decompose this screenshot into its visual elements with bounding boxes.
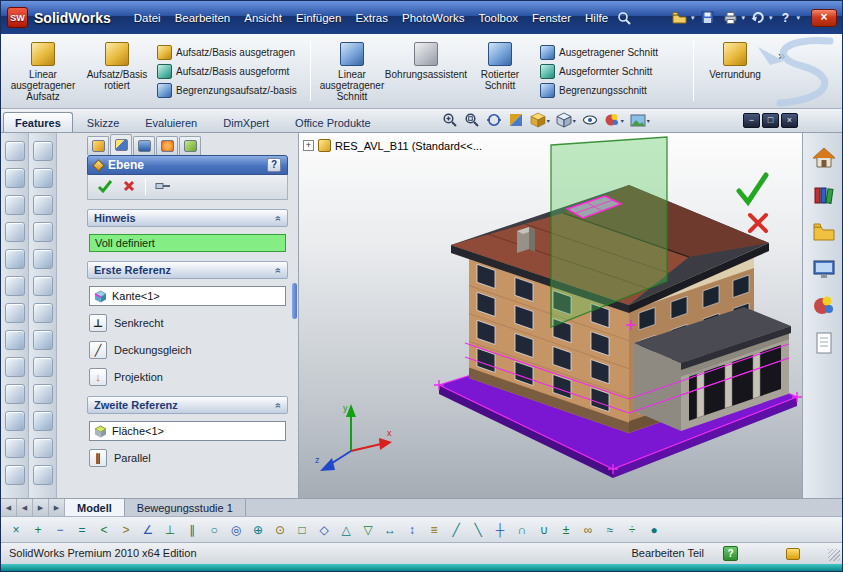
undo-caret-icon[interactable]: ▾: [769, 14, 773, 22]
prev-tab-button[interactable]: ◀: [17, 499, 33, 516]
menu-toolbox[interactable]: Toolbox: [471, 7, 525, 29]
extruded-boss-button[interactable]: Linear ausgetragener Aufsatz: [7, 37, 79, 105]
ok-button[interactable]: [97, 179, 113, 195]
sketch-tool-icon[interactable]: ⊙: [271, 521, 289, 539]
toolbar-tool-icon[interactable]: [5, 357, 25, 377]
menu-einfuegen[interactable]: Einfügen: [289, 7, 348, 29]
confirm-cancel-icon[interactable]: [750, 215, 766, 231]
toolbar-tool-icon[interactable]: [33, 303, 53, 323]
tag-icon[interactable]: [786, 548, 800, 560]
configurationmanager-tab[interactable]: [133, 136, 155, 155]
toolbar-tool-icon[interactable]: [33, 357, 53, 377]
sketch-tool-icon[interactable]: ⊕: [249, 521, 267, 539]
extruded-cut-button[interactable]: Linear ausgetragener Schnitt: [316, 37, 388, 105]
swept-boss-button[interactable]: Aufsatz/Basis ausgetragen: [155, 45, 305, 60]
file-explorer-icon[interactable]: [811, 219, 837, 245]
menu-bearbeiten[interactable]: Bearbeiten: [168, 7, 238, 29]
section-zweite-referenz[interactable]: Zweite Referenz »: [87, 396, 288, 414]
tab-evaluieren[interactable]: Evaluieren: [133, 112, 209, 132]
toolbar-tool-icon[interactable]: [33, 465, 53, 485]
sketch-tool-icon[interactable]: □: [293, 521, 311, 539]
view-palette-icon[interactable]: [811, 256, 837, 282]
sketch-tool-icon[interactable]: ∞: [579, 521, 597, 539]
sketch-tool-icon[interactable]: ∥: [183, 521, 201, 539]
next-tab-button[interactable]: ▶: [33, 499, 49, 516]
ribbon-overflow-button[interactable]: »: [773, 47, 790, 64]
solidworks-resources-icon[interactable]: [811, 145, 837, 171]
lofted-cut-button[interactable]: Ausgeformter Schnitt: [538, 64, 688, 79]
tab-office-produkte[interactable]: Office Produkte: [283, 112, 383, 132]
pin-button[interactable]: [155, 179, 171, 195]
display-style-icon[interactable]: ▾: [555, 111, 577, 129]
revolved-boss-button[interactable]: Aufsatz/Basis rotiert: [81, 37, 153, 105]
toolbar-tool-icon[interactable]: [33, 168, 53, 188]
menu-fenster[interactable]: Fenster: [525, 7, 578, 29]
custom-properties-icon[interactable]: [811, 330, 837, 356]
tree-expander-icon[interactable]: +: [303, 140, 314, 151]
tab-modell[interactable]: Modell: [65, 499, 125, 516]
sketch-tool-icon[interactable]: ●: [645, 521, 663, 539]
constraint-senkrecht[interactable]: ⊥ Senkrecht: [89, 313, 286, 333]
open-caret-icon[interactable]: ▾: [691, 14, 695, 22]
toolbar-tool-icon[interactable]: [33, 438, 53, 458]
open-icon[interactable]: [670, 8, 690, 28]
view-orientation-icon[interactable]: ▾: [529, 111, 551, 129]
help-icon[interactable]: ?: [775, 8, 795, 28]
menu-ansicht[interactable]: Ansicht: [237, 7, 289, 29]
design-library-icon[interactable]: [811, 182, 837, 208]
sketch-tool-icon[interactable]: −: [51, 521, 69, 539]
toolbar-tool-icon[interactable]: [5, 249, 25, 269]
displaymanager-tab[interactable]: [179, 136, 201, 155]
cancel-button[interactable]: [122, 179, 136, 195]
section-hinweis[interactable]: Hinweis »: [87, 209, 288, 227]
sketch-tool-icon[interactable]: ▽: [359, 521, 377, 539]
sketch-tool-icon[interactable]: ∠: [139, 521, 157, 539]
appearances-icon[interactable]: ▾: [603, 111, 625, 129]
sketch-tool-icon[interactable]: +: [29, 521, 47, 539]
restore-button[interactable]: □: [762, 113, 779, 128]
sketch-tool-icon[interactable]: △: [337, 521, 355, 539]
sketch-tool-icon[interactable]: ◎: [227, 521, 245, 539]
help-button[interactable]: ?: [267, 158, 281, 172]
sketch-tool-icon[interactable]: ⊥: [161, 521, 179, 539]
constraint-projektion[interactable]: ↓ Projektion: [89, 367, 286, 387]
sketch-tool-icon[interactable]: ↔: [381, 521, 399, 539]
search-icon[interactable]: [617, 11, 631, 25]
toolbar-tool-icon[interactable]: [33, 141, 53, 161]
3d-scene[interactable]: y x z: [299, 133, 802, 498]
boundary-boss-button[interactable]: Begrenzungsaufsatz/-basis: [155, 83, 305, 98]
toolbar-tool-icon[interactable]: [5, 168, 25, 188]
toolbar-tool-icon[interactable]: [33, 330, 53, 350]
hole-wizard-button[interactable]: Bohrungsassistent: [390, 37, 462, 105]
appearances-icon[interactable]: [811, 293, 837, 319]
toolbar-tool-icon[interactable]: [33, 411, 53, 431]
toolbar-tool-icon[interactable]: [5, 141, 25, 161]
sketch-tool-icon[interactable]: ↕: [403, 521, 421, 539]
toolbar-tool-icon[interactable]: [5, 438, 25, 458]
sketch-tool-icon[interactable]: ╱: [447, 521, 465, 539]
panel-scrollbar-thumb[interactable]: [292, 283, 297, 319]
second-reference-selection[interactable]: Fläche<1>: [89, 421, 286, 441]
minimize-button[interactable]: −: [743, 113, 760, 128]
sketch-tool-icon[interactable]: ±: [557, 521, 575, 539]
toolbar-tool-icon[interactable]: [5, 411, 25, 431]
print-caret-icon[interactable]: ▾: [741, 14, 745, 22]
toolbar-tool-icon[interactable]: [5, 384, 25, 404]
sketch-tool-icon[interactable]: ∪: [535, 521, 553, 539]
toolbar-tool-icon[interactable]: [33, 249, 53, 269]
propertymanager-tab[interactable]: [110, 134, 132, 155]
featuremanager-tab[interactable]: [87, 136, 109, 155]
sketch-tool-icon[interactable]: ∩: [513, 521, 531, 539]
close-document-button[interactable]: ×: [781, 113, 798, 128]
quick-tips-icon[interactable]: ?: [723, 546, 738, 561]
section-erste-referenz[interactable]: Erste Referenz »: [87, 261, 288, 279]
undo-icon[interactable]: [748, 8, 768, 28]
graphics-viewport[interactable]: y x z + RES_AVL_B11 (Standard<<...: [299, 133, 802, 498]
toolbar-tool-icon[interactable]: [5, 195, 25, 215]
menu-extras[interactable]: Extras: [348, 7, 395, 29]
revolved-cut-button[interactable]: Rotierter Schnitt: [464, 37, 536, 105]
resize-grip[interactable]: [828, 549, 840, 561]
lofted-boss-button[interactable]: Aufsatz/Basis ausgeformt: [155, 64, 305, 79]
first-tab-button[interactable]: ◀: [1, 499, 17, 516]
sketch-tool-icon[interactable]: ≡: [425, 521, 443, 539]
